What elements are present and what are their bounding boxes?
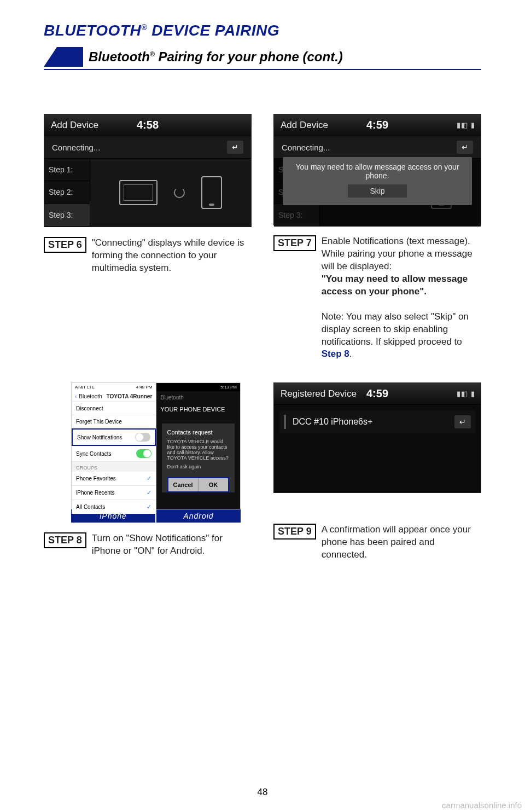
screen-title: Add Device	[281, 120, 328, 131]
ok-button: OK	[199, 478, 228, 491]
ios-row: Phone Favorites✓	[72, 472, 156, 486]
step-9-screenshot: Registered Device 4:59 ▮◧ ▮ DCC #10 iPho…	[273, 382, 481, 493]
step-7-block: Add Device 4:59 ▮◧ ▮ Connecting... ↵ Ste…	[273, 114, 481, 361]
step-description: STEP 7 Enable Notifications (text messag…	[273, 235, 481, 361]
android-header: Bluetooth	[156, 391, 241, 404]
step-text: A confirmation will appear once your pho…	[322, 524, 481, 561]
row-label: Disconnect	[76, 405, 103, 411]
phones-row: AT&T LTE 4:48 PM ‹ Bluetooth TOYOTA 4Run…	[71, 382, 241, 509]
toggle-on-icon	[136, 449, 151, 458]
ios-row: Disconnect	[72, 402, 156, 415]
nav-back-label: Bluetooth	[79, 393, 102, 399]
screen-time: 4:59	[366, 387, 388, 400]
row-label: Phone Favorites	[76, 475, 116, 482]
notice-banner: You may need to allow message access on …	[283, 157, 472, 205]
connecting-label: Connecting...	[52, 143, 100, 152]
chevron-left-icon: ‹	[75, 393, 77, 399]
content-grid: Add Device 4:58 Connecting... ↵ Step 1: …	[44, 114, 481, 561]
connection-graphic	[90, 159, 251, 227]
step-9-block: Registered Device 4:59 ▮◧ ▮ DCC #10 iPho…	[273, 382, 481, 561]
carrier-label: AT&T LTE	[75, 385, 95, 390]
screenshot-body: Step 1: Step 2: Step 3:	[44, 159, 251, 227]
page-number: 48	[0, 787, 525, 798]
iphone-screenshot: AT&T LTE 4:48 PM ‹ Bluetooth TOYOTA 4Run…	[71, 382, 156, 509]
ios-status-bar: AT&T LTE 4:48 PM	[72, 383, 156, 391]
screenshot-header: Add Device 4:59 ▮◧ ▮	[274, 114, 481, 136]
status-time: 5:13 PM	[220, 385, 237, 390]
skip-button: Skip	[348, 184, 406, 198]
sub-header-row: Bluetooth® Pairing for your phone (cont.…	[44, 47, 481, 67]
row-label: Sync Contacts	[76, 451, 111, 457]
back-icon: ↵	[454, 415, 471, 428]
notice-text: You may need to allow message access on …	[287, 163, 468, 180]
step-badge: STEP 6	[44, 237, 86, 253]
screenshot-subheader: Connecting... ↵	[44, 136, 251, 159]
dialog-checkbox-label: Don't ask again	[167, 464, 230, 469]
step-list-item: Step 3:	[274, 204, 319, 227]
android-screenshot: 5:13 PM Bluetooth YOUR PHONE DEVICE Cont…	[156, 382, 241, 509]
step-6-screenshot: Add Device 4:58 Connecting... ↵ Step 1: …	[44, 114, 252, 227]
sub-title: Bluetooth® Pairing for your phone (cont.…	[89, 49, 343, 65]
step-badge: STEP 8	[44, 532, 86, 548]
connecting-label: Connecting...	[282, 143, 330, 152]
step-8-screenshot: AT&T LTE 4:48 PM ‹ Bluetooth TOYOTA 4Run…	[71, 382, 241, 523]
tab-android: Android	[155, 509, 241, 523]
check-icon: ✓	[147, 489, 151, 496]
step-description: STEP 8 Turn on "Show Notifications" for …	[44, 532, 241, 558]
watermark: carmanualsonline.info	[442, 801, 522, 810]
ios-row: All Contacts✓	[72, 500, 156, 514]
ios-group-header: GROUPS	[72, 462, 156, 472]
step-list-item: Step 1:	[44, 159, 90, 181]
page-title-suffix: DEVICE PAIRING	[147, 22, 279, 39]
status-icons: ▮◧ ▮	[457, 121, 475, 129]
step-8-block: AT&T LTE 4:48 PM ‹ Bluetooth TOYOTA 4Run…	[44, 382, 252, 561]
step-text: Enable Notifications (text message). Whi…	[322, 235, 481, 361]
screenshot-header: Registered Device 4:59 ▮◧ ▮	[274, 383, 481, 405]
ios-nav-bar: ‹ Bluetooth TOYOTA 4Runner	[72, 391, 156, 402]
step-description: STEP 9 A confirmation will appear once y…	[273, 524, 481, 561]
phone-icon	[201, 176, 222, 209]
cancel-button: Cancel	[168, 478, 199, 491]
header-wedge-icon	[44, 47, 83, 67]
page-title: BLUETOOTH® DEVICE PAIRING	[44, 22, 481, 39]
step-text-note-suffix: .	[349, 349, 352, 359]
step-list: Step 1: Step 2: Step 3:	[44, 159, 90, 227]
toggle-icon	[135, 433, 150, 442]
page-title-prefix: BLUETOOTH	[44, 22, 141, 39]
status-time: 4:48 PM	[136, 385, 153, 390]
row-label: iPhone Recents	[76, 490, 115, 496]
android-subheader: YOUR PHONE DEVICE	[156, 404, 241, 415]
screenshot-subheader: Connecting... ↵	[274, 136, 481, 159]
android-dialog: Contacts request TOYOTA VEHICLE would li…	[162, 424, 235, 492]
step-badge: STEP 7	[273, 235, 316, 251]
dialog-title: Contacts request	[167, 429, 230, 436]
step-text-note: Note: You may also select "Skip" on disp…	[322, 311, 469, 347]
registered-mark: ®	[141, 23, 147, 32]
step-text: "Connecting" displays while device is fo…	[92, 237, 252, 275]
row-label: Show Notifications	[77, 434, 122, 440]
step-text-bold: "You may need to allow message access on…	[322, 274, 468, 297]
step-list-item: Step 2:	[44, 181, 90, 204]
spinner-icon	[174, 187, 185, 198]
row-label: All Contacts	[76, 504, 105, 510]
nav-title: TOYOTA 4Runner	[107, 393, 153, 399]
screen-time: 4:59	[366, 119, 388, 131]
step-list-item: Step 3:	[44, 204, 90, 227]
ios-row: Sync Contacts	[72, 446, 156, 462]
step-text: Turn on "Show Notifications" for iPhone …	[92, 532, 241, 558]
step-badge: STEP 9	[273, 524, 316, 540]
step-6-block: Add Device 4:58 Connecting... ↵ Step 1: …	[44, 114, 252, 361]
step-8-link: Step 8	[322, 349, 349, 359]
check-icon: ✓	[147, 503, 151, 511]
ios-row-show-notifications: Show Notifications	[72, 428, 156, 446]
status-icons: ▮◧ ▮	[457, 390, 475, 398]
ios-row: Forget This Device	[72, 415, 156, 428]
dialog-body: TOYOTA VEHICLE would like to access your…	[167, 439, 230, 461]
screen-time: 4:58	[137, 119, 159, 131]
ios-row: iPhone Recents✓	[72, 486, 156, 500]
car-unit-icon	[119, 180, 158, 205]
screenshot-header: Add Device 4:58	[44, 114, 251, 136]
back-icon: ↵	[457, 141, 473, 154]
registered-device-row: DCC #10 iPhone6s+ ↵	[279, 410, 475, 433]
android-status-bar: 5:13 PM	[156, 383, 241, 391]
